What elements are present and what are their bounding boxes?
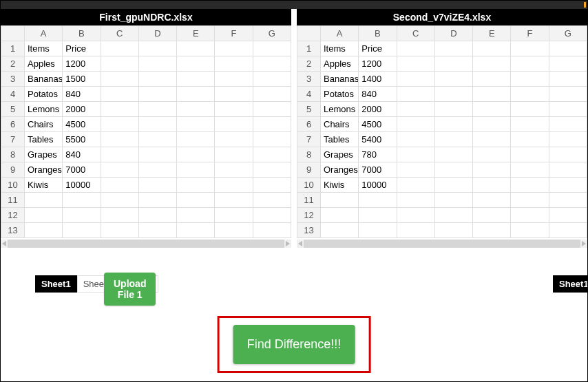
row-header[interactable]: 9: [297, 162, 321, 178]
cell[interactable]: Potatos: [321, 87, 359, 102]
row-header[interactable]: 1: [297, 41, 321, 56]
cell[interactable]: Price: [63, 41, 101, 56]
cell[interactable]: [138, 178, 176, 193]
cell[interactable]: 2000: [63, 102, 101, 117]
cell[interactable]: [434, 117, 472, 132]
cell[interactable]: Items: [25, 41, 63, 56]
tab-sheet1[interactable]: Sheet1: [35, 275, 77, 293]
cell[interactable]: Oranges: [25, 162, 63, 178]
cell[interactable]: [138, 132, 176, 147]
cell[interactable]: [25, 208, 63, 223]
cell[interactable]: [511, 87, 549, 102]
cell[interactable]: [253, 178, 291, 193]
cell[interactable]: [101, 41, 138, 56]
cell[interactable]: [511, 72, 549, 87]
cell[interactable]: [321, 223, 359, 238]
cell[interactable]: [434, 223, 472, 238]
cell[interactable]: Kiwis: [25, 178, 63, 193]
col-header[interactable]: E: [473, 26, 511, 41]
cell[interactable]: [397, 132, 434, 147]
cell[interactable]: [63, 208, 101, 223]
tab-sheet1[interactable]: Sheet1: [553, 275, 588, 293]
cell[interactable]: [138, 223, 176, 238]
cell[interactable]: 4500: [359, 117, 397, 132]
cell[interactable]: [101, 162, 138, 178]
cell[interactable]: [101, 208, 138, 223]
cell[interactable]: [321, 208, 359, 223]
cell[interactable]: [397, 147, 434, 162]
row-header[interactable]: 6: [1, 117, 25, 132]
cell[interactable]: [434, 147, 472, 162]
cell[interactable]: Oranges: [321, 162, 359, 178]
cell[interactable]: Items: [321, 41, 359, 56]
corner-cell[interactable]: [297, 26, 321, 41]
cell[interactable]: [549, 132, 587, 147]
cell[interactable]: [253, 56, 291, 72]
cell[interactable]: [101, 193, 138, 208]
cell[interactable]: Chairs: [321, 117, 359, 132]
cell[interactable]: [177, 102, 215, 117]
cell[interactable]: [473, 117, 511, 132]
cell[interactable]: Kiwis: [321, 178, 359, 193]
cell[interactable]: [511, 162, 549, 178]
row-header[interactable]: 8: [1, 147, 25, 162]
cell[interactable]: Lemons: [25, 102, 63, 117]
cell[interactable]: [549, 162, 587, 178]
col-header[interactable]: B: [63, 26, 101, 41]
find-difference-button[interactable]: Find Difference!!!: [233, 325, 355, 364]
cell[interactable]: [511, 41, 549, 56]
cell[interactable]: [434, 41, 472, 56]
cell[interactable]: 1200: [359, 56, 397, 72]
cell[interactable]: [397, 72, 434, 87]
cell[interactable]: [177, 132, 215, 147]
cell[interactable]: [177, 41, 215, 56]
cell[interactable]: [138, 117, 176, 132]
cell[interactable]: [473, 132, 511, 147]
cell[interactable]: [101, 178, 138, 193]
cell[interactable]: 1200: [63, 56, 101, 72]
cell[interactable]: [473, 147, 511, 162]
cell[interactable]: [549, 72, 587, 87]
cell[interactable]: 1500: [63, 72, 101, 87]
cell[interactable]: [63, 223, 101, 238]
cell[interactable]: [434, 132, 472, 147]
cell[interactable]: [101, 132, 138, 147]
cell[interactable]: [434, 87, 472, 102]
cell[interactable]: [359, 223, 397, 238]
cell[interactable]: [511, 193, 549, 208]
cell[interactable]: [215, 223, 253, 238]
cell[interactable]: [549, 178, 587, 193]
cell[interactable]: [359, 193, 397, 208]
cell[interactable]: [101, 87, 138, 102]
cell[interactable]: [549, 223, 587, 238]
cell[interactable]: [397, 223, 434, 238]
row-header[interactable]: 13: [1, 223, 25, 238]
cell[interactable]: [101, 56, 138, 72]
cell[interactable]: [101, 117, 138, 132]
cell[interactable]: 780: [359, 147, 397, 162]
cell[interactable]: 840: [63, 147, 101, 162]
cell[interactable]: Apples: [321, 56, 359, 72]
cell[interactable]: Apples: [25, 56, 63, 72]
row-header[interactable]: 7: [1, 132, 25, 147]
cell[interactable]: [397, 41, 434, 56]
cell[interactable]: 7000: [359, 162, 397, 178]
cell[interactable]: [138, 193, 176, 208]
col-header[interactable]: F: [215, 26, 253, 41]
row-header[interactable]: 9: [1, 162, 25, 178]
cell[interactable]: [473, 41, 511, 56]
row-header[interactable]: 3: [1, 72, 25, 87]
cell[interactable]: [511, 223, 549, 238]
cell[interactable]: [177, 162, 215, 178]
row-header[interactable]: 5: [297, 102, 321, 117]
col-header[interactable]: C: [397, 26, 434, 41]
cell[interactable]: [138, 102, 176, 117]
cell[interactable]: [101, 147, 138, 162]
cell[interactable]: [434, 102, 472, 117]
cell[interactable]: 5500: [63, 132, 101, 147]
cell[interactable]: 10000: [63, 178, 101, 193]
cell[interactable]: [177, 72, 215, 87]
cell[interactable]: [549, 117, 587, 132]
cell[interactable]: 5400: [359, 132, 397, 147]
horizontal-scrollbar[interactable]: [1, 240, 291, 248]
